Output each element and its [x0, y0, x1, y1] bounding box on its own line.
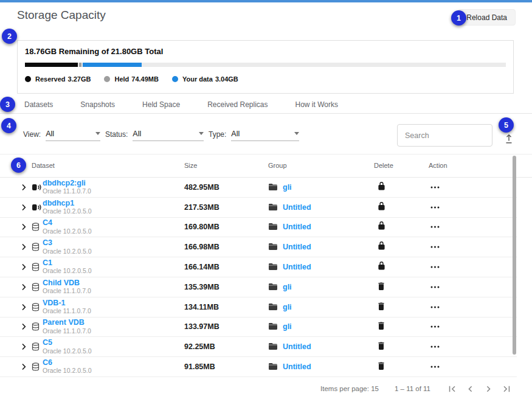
- search-input[interactable]: [397, 124, 492, 147]
- column-header-delete: Delete: [374, 162, 393, 169]
- folder-icon: [269, 341, 277, 352]
- group-link[interactable]: Untitled: [283, 263, 311, 271]
- folder-icon: [269, 221, 277, 232]
- filter-select[interactable]: All: [231, 130, 299, 141]
- more-actions-button[interactable]: [430, 306, 440, 308]
- legend-dot-icon: [25, 76, 31, 82]
- expand-chevron-icon[interactable]: [21, 184, 27, 191]
- more-actions-button[interactable]: [430, 246, 440, 248]
- lock-icon[interactable]: [378, 202, 385, 213]
- dataset-link[interactable]: Parent VDB: [43, 319, 91, 327]
- more-actions-button[interactable]: [430, 226, 440, 228]
- dataset-link[interactable]: C6: [43, 358, 92, 367]
- expand-chevron-icon[interactable]: [21, 283, 27, 291]
- dataset-link[interactable]: Child VDB: [43, 279, 91, 287]
- filter-select[interactable]: All: [46, 130, 100, 141]
- capacity-segment-held: [79, 63, 81, 67]
- tab-bar: DatasetsSnapshotsHeld SpaceReceived Repl…: [24, 96, 338, 113]
- dataset-link[interactable]: dbdhcp2:gli: [43, 179, 91, 187]
- group-link[interactable]: gli: [283, 283, 292, 291]
- more-actions-button[interactable]: [430, 345, 440, 348]
- more-actions-button[interactable]: [430, 286, 440, 288]
- tabs-divider: [0, 113, 532, 114]
- database-icon: [32, 342, 40, 351]
- expand-chevron-icon[interactable]: [21, 323, 27, 330]
- trash-icon[interactable]: [378, 321, 384, 332]
- tab-received-replicas[interactable]: Received Replicas: [207, 100, 268, 109]
- trash-icon[interactable]: [378, 282, 384, 293]
- expand-chevron-icon[interactable]: [21, 363, 27, 370]
- more-actions-button[interactable]: [430, 186, 440, 189]
- lock-icon[interactable]: [378, 221, 385, 232]
- expand-chevron-icon[interactable]: [21, 304, 27, 311]
- page-title: Storage Capacity: [17, 9, 106, 22]
- previous-page-icon[interactable]: [465, 383, 476, 395]
- dataset-version: Oracle 10.2.0.5.0: [43, 248, 92, 255]
- group-link[interactable]: gli: [283, 322, 292, 331]
- group-link[interactable]: Untitled: [283, 363, 311, 371]
- table-row: C4 Oracle 10.2.0.5.0 169.80MB Untitled: [0, 218, 517, 238]
- dataset-size: 133.97MB: [184, 322, 219, 331]
- database-icon: [32, 223, 40, 231]
- table-row: C5 Oracle 10.2.0.5.0 92.25MB Untitled: [0, 337, 517, 357]
- more-actions-button[interactable]: [430, 206, 440, 209]
- dataset-link[interactable]: VDB-1: [43, 299, 91, 307]
- dataset-link[interactable]: C3: [43, 239, 92, 248]
- column-header-action: Action: [429, 162, 447, 169]
- callout-badge-1: 1: [451, 10, 466, 26]
- dataset-table: dbdhcp2:gli Oracle 11.1.0.7.0 482.95MB g…: [0, 178, 517, 377]
- search-box: [397, 124, 492, 147]
- reload-data-button[interactable]: Reload Data: [458, 9, 516, 26]
- lock-icon[interactable]: [378, 262, 385, 272]
- dataset-link[interactable]: C1: [43, 258, 92, 267]
- table-row: VDB-1 Oracle 11.1.0.7.0 134.11MB gli: [0, 297, 517, 317]
- capacity-summary-card: 18.76GB Remaining of 21.80GB Total Reser…: [17, 40, 514, 94]
- expand-chevron-icon[interactable]: [21, 223, 27, 231]
- folder-icon: [269, 361, 277, 372]
- dataset-link[interactable]: C4: [43, 219, 92, 227]
- items-per-page[interactable]: Items per page: 15: [320, 385, 379, 392]
- expand-chevron-icon[interactable]: [21, 243, 27, 251]
- last-page-icon[interactable]: [501, 383, 513, 395]
- vertical-scrollbar[interactable]: [513, 156, 516, 355]
- filter-select[interactable]: All: [133, 130, 204, 141]
- more-actions-button[interactable]: [430, 366, 440, 368]
- storage-capacity-page: Storage Capacity Reload Data 18.76GB Rem…: [0, 0, 532, 399]
- trash-icon[interactable]: [378, 302, 384, 313]
- expand-chevron-icon[interactable]: [21, 263, 27, 271]
- database-icon: [32, 263, 40, 271]
- group-link[interactable]: gli: [283, 303, 292, 311]
- group-link[interactable]: Untitled: [283, 203, 311, 212]
- dataset-link[interactable]: C5: [43, 339, 92, 347]
- tab-how-it-works[interactable]: How it Works: [295, 100, 338, 109]
- more-actions-button[interactable]: [430, 266, 440, 268]
- dataset-version: Oracle 11.1.0.7.0: [43, 288, 91, 296]
- dataset-size: 166.98MB: [184, 243, 219, 251]
- upload-icon[interactable]: [503, 133, 515, 145]
- expand-chevron-icon[interactable]: [21, 343, 27, 350]
- folder-icon: [269, 321, 277, 332]
- group-link[interactable]: Untitled: [283, 243, 311, 251]
- tab-datasets[interactable]: Datasets: [24, 100, 53, 109]
- more-actions-button[interactable]: [430, 325, 440, 328]
- dataset-link[interactable]: dbdhcp1: [43, 199, 92, 207]
- table-row: C3 Oracle 10.2.0.5.0 166.98MB Untitled: [0, 237, 517, 257]
- dataset-version: Oracle 10.2.0.5.0: [43, 367, 92, 375]
- capacity-bar: [25, 63, 506, 67]
- trash-icon[interactable]: [378, 361, 384, 372]
- expand-chevron-icon[interactable]: [21, 204, 27, 211]
- table-row: Child VDB Oracle 11.1.0.7.0 135.39MB gli: [0, 277, 517, 297]
- trash-icon[interactable]: [378, 341, 384, 352]
- tab-snapshots[interactable]: Snapshots: [80, 100, 115, 109]
- capacity-segment-reserved: [25, 63, 78, 67]
- dataset-size: 92.25MB: [184, 342, 215, 351]
- lock-icon[interactable]: [378, 241, 385, 252]
- group-link[interactable]: Untitled: [283, 342, 311, 351]
- first-page-icon[interactable]: [446, 383, 458, 395]
- lock-icon[interactable]: [378, 182, 385, 193]
- group-link[interactable]: gli: [283, 183, 292, 192]
- filter-view: View: All: [23, 130, 100, 141]
- group-link[interactable]: Untitled: [283, 223, 311, 231]
- next-page-icon[interactable]: [483, 383, 494, 395]
- tab-held-space[interactable]: Held Space: [142, 100, 180, 109]
